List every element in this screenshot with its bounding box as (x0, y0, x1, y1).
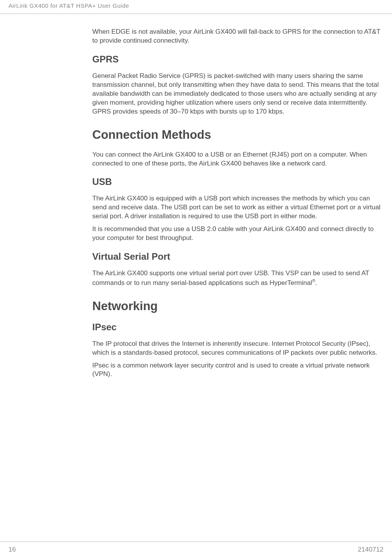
header-title: AirLink GX400 for AT&T HSPA+ User Guide (9, 2, 383, 9)
vsp-text-suffix: . (315, 279, 317, 286)
vsp-text-prefix: The AirLink GX400 supports one virtual s… (92, 269, 369, 286)
page-content: When EDGE is not available, your AirLink… (0, 28, 392, 379)
page-footer: 16 2140712 (0, 542, 392, 554)
page-number: 16 (9, 546, 16, 554)
heading-gprs: GPRS (92, 54, 383, 65)
ipsec-paragraph-2: IPsec is a common network layer security… (92, 361, 383, 379)
document-number: 2140712 (358, 546, 383, 554)
heading-networking: Networking (92, 299, 383, 313)
intro-paragraph: When EDGE is not available, your AirLink… (92, 28, 383, 45)
heading-virtual-serial-port: Virtual Serial Port (92, 251, 383, 262)
registered-symbol: ® (312, 278, 315, 283)
vsp-paragraph: The AirLink GX400 supports one virtual s… (92, 269, 383, 288)
connection-methods-paragraph: You can connect the AirLink GX400 to a U… (92, 150, 383, 168)
page-header: AirLink GX400 for AT&T HSPA+ User Guide (0, 2, 392, 14)
usb-paragraph-2: It is recommended that you use a USB 2.0… (92, 225, 383, 243)
usb-paragraph-1: The AirLink GX400 is equipped with a USB… (92, 194, 383, 221)
heading-connection-methods: Connection Methods (92, 128, 383, 142)
ipsec-paragraph-1: The IP protocol that drives the Internet… (92, 340, 383, 357)
heading-ipsec: IPsec (92, 322, 383, 333)
gprs-paragraph: General Packet Radio Service (GPRS) is p… (92, 72, 383, 116)
heading-usb: USB (92, 176, 383, 187)
